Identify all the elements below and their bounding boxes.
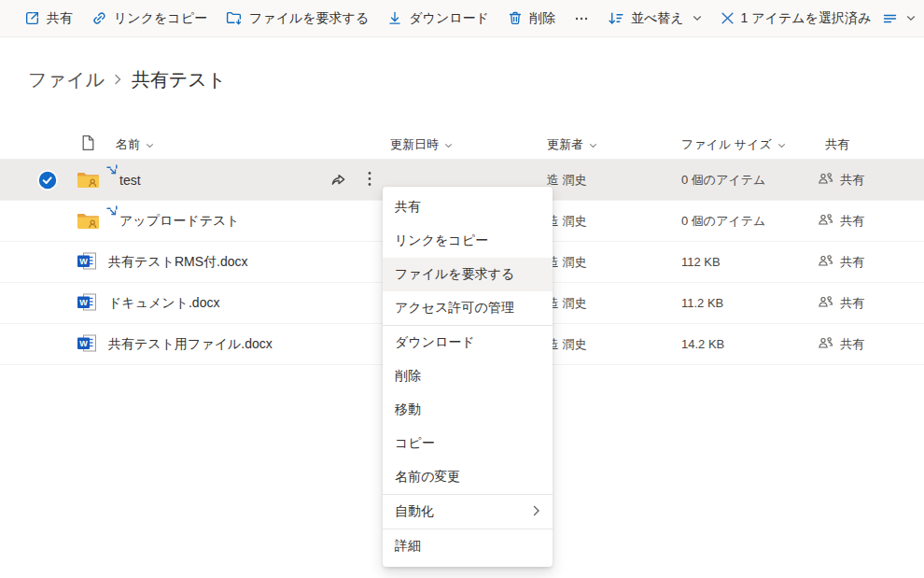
clear-selection-button[interactable]: 1 アイテムを選択済み [711, 0, 877, 37]
list-header: 名前 更新日時 更新者 ファイル サイズ 共有 [0, 130, 924, 160]
word-file-icon: W [67, 252, 108, 272]
share-button-label: 共有 [47, 10, 73, 27]
menu-item-share[interactable]: 共有 [383, 190, 553, 224]
chevron-down-icon [589, 137, 597, 151]
file-name[interactable]: 共有テスト用ファイル.docx [108, 336, 273, 353]
download-button-label: ダウンロード [409, 10, 489, 27]
sharing-label: 共有 [840, 295, 864, 312]
delete-icon [508, 10, 523, 26]
cell-file-size: 112 KB [674, 255, 814, 269]
sharing-label: 共有 [840, 336, 864, 353]
svg-text:W: W [79, 257, 88, 266]
cell-modified-by: 造 潤史 [539, 336, 674, 353]
sharing-label: 共有 [840, 172, 864, 189]
view-list-icon [882, 11, 898, 26]
sort-button-label: 並べ替え [631, 10, 684, 27]
people-icon [818, 336, 833, 352]
chevron-down-icon [693, 15, 702, 21]
sort-button[interactable]: 並べ替え [598, 0, 711, 37]
header-name-label: 名前 [116, 136, 140, 153]
cell-modified-by: 造 潤史 [539, 213, 674, 230]
word-file-icon: W [67, 293, 108, 313]
sharing-label: 共有 [840, 254, 864, 271]
menu-item-details[interactable]: 詳細 [383, 529, 553, 563]
file-name[interactable]: ドキュメント.docx [108, 295, 219, 312]
document-icon [81, 134, 95, 154]
cell-modified-by: 造 潤史 [539, 254, 674, 271]
chevron-right-icon [533, 504, 540, 519]
cell-sharing[interactable]: 共有 [814, 254, 924, 271]
shared-folder-icon [67, 212, 108, 231]
header-modified-label: 更新日時 [390, 136, 439, 153]
shared-folder-icon [67, 171, 108, 190]
menu-item-automate-label: 自動化 [395, 503, 434, 520]
cell-file-size: 14.2 KB [674, 337, 814, 351]
svg-text:W: W [79, 339, 88, 348]
download-icon [387, 10, 402, 26]
breadcrumb-parent[interactable]: ファイル [28, 67, 105, 92]
menu-item-download[interactable]: ダウンロード [383, 326, 553, 359]
command-bar-right: 並べ替え 1 アイテムを選択済み [598, 0, 917, 37]
request-files-button[interactable]: ファイルを要求する [217, 0, 378, 37]
selection-status: 1 アイテムを選択済み [741, 10, 872, 27]
copy-link-button[interactable]: リンクをコピー [82, 0, 217, 37]
cell-file-size: 0 個のアイテム [674, 213, 814, 230]
cell-file-size: 0 個のアイテム [674, 172, 814, 189]
cell-sharing[interactable]: 共有 [814, 336, 924, 353]
chevron-down-icon [444, 137, 453, 151]
chevron-right-icon [114, 69, 122, 91]
file-name[interactable]: 共有テストRMS付.docx [108, 254, 248, 271]
row-checkbox-checked[interactable] [28, 170, 67, 190]
word-file-icon: W [67, 334, 108, 354]
cell-sharing[interactable]: 共有 [814, 295, 924, 312]
sort-icon [608, 10, 624, 26]
menu-item-rename[interactable]: 名前の変更 [383, 460, 553, 494]
people-icon [818, 295, 833, 311]
menu-item-automate[interactable]: 自動化 [383, 495, 553, 529]
menu-item-delete[interactable]: 削除 [383, 359, 553, 393]
menu-item-move[interactable]: 移動 [383, 393, 553, 427]
delete-button-label: 削除 [529, 10, 555, 27]
chevron-down-icon [146, 137, 154, 151]
download-button[interactable]: ダウンロード [378, 0, 498, 37]
menu-item-manage-access[interactable]: アクセス許可の管理 [383, 291, 553, 325]
delete-button[interactable]: 削除 [498, 0, 565, 37]
header-sharing[interactable]: 共有 [814, 136, 924, 153]
people-icon [818, 254, 833, 270]
request-file-icon [226, 10, 243, 26]
new-badge-icon [106, 164, 118, 179]
breadcrumb: ファイル 共有テスト [28, 67, 924, 92]
more-icon [574, 11, 589, 26]
cell-sharing[interactable]: 共有 [814, 213, 924, 230]
share-button[interactable]: 共有 [15, 0, 82, 37]
link-icon [91, 10, 107, 26]
header-file-size[interactable]: ファイル サイズ [674, 136, 814, 153]
view-options-button[interactable] [876, 0, 917, 37]
header-modified[interactable]: 更新日時 [383, 136, 539, 153]
cell-file-size: 11.2 KB [674, 296, 814, 310]
menu-item-request-files[interactable]: ファイルを要求する [383, 258, 553, 291]
new-badge-icon [106, 205, 118, 220]
share-icon [24, 10, 40, 26]
row-share-icon[interactable] [329, 170, 347, 190]
cell-sharing[interactable]: 共有 [814, 172, 924, 189]
breadcrumb-current: 共有テスト [132, 67, 226, 92]
header-modified-by[interactable]: 更新者 [539, 136, 674, 153]
context-menu: 共有 リンクをコピー ファイルを要求する アクセス許可の管理 ダウンロード 削除… [383, 187, 553, 567]
chevron-down-icon [777, 137, 786, 151]
header-file-type[interactable] [67, 134, 108, 154]
copy-link-button-label: リンクをコピー [114, 10, 207, 27]
menu-item-copy[interactable]: コピー [383, 427, 553, 460]
header-file-size-label: ファイル サイズ [681, 136, 772, 153]
more-commands-button[interactable] [565, 0, 598, 37]
cell-modified-by: 造 潤史 [539, 172, 674, 189]
people-icon [818, 213, 833, 229]
dismiss-icon [721, 11, 735, 25]
row-more-icon[interactable] [368, 171, 371, 190]
header-name[interactable]: 名前 [108, 136, 383, 153]
file-name[interactable]: アップロードテスト [119, 213, 240, 230]
menu-item-copy-link[interactable]: リンクをコピー [383, 224, 553, 258]
file-name[interactable]: test [119, 173, 141, 188]
svg-text:W: W [79, 298, 88, 307]
cell-modified-by: 造 潤史 [539, 295, 674, 312]
